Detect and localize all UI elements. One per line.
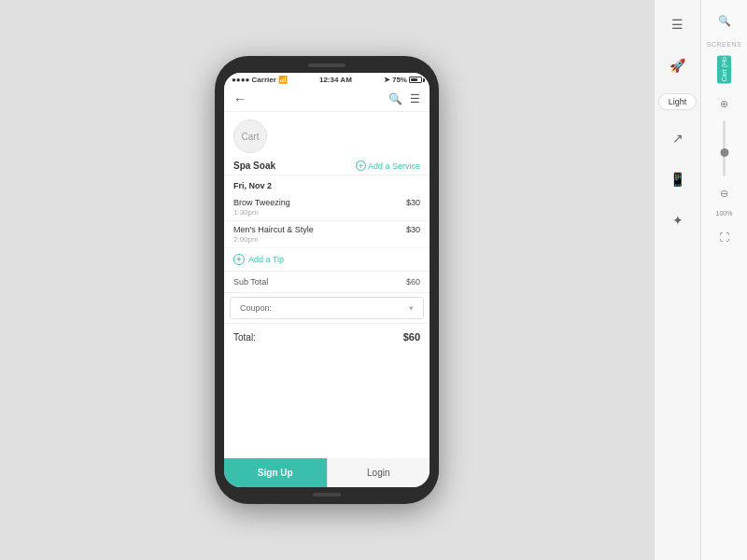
- menu-icon[interactable]: ☰: [410, 92, 420, 105]
- zoom-in-button[interactable]: ⊕: [712, 91, 738, 117]
- line-item: Brow Tweezing $30 1:30pm: [224, 194, 430, 221]
- share-icon[interactable]: ↗: [665, 125, 691, 151]
- cart-header: Cart: [224, 112, 430, 157]
- add-tip-label: Add a Tip: [248, 255, 284, 264]
- phone-screen: ●●●● Carrier 📶 12:34 AM ➤ 75% ← 🔍 ☰: [224, 73, 430, 487]
- status-right: ➤ 75%: [384, 76, 422, 84]
- cart-bubble-label: Cart: [242, 132, 260, 142]
- add-tip-row[interactable]: + Add a Tip: [224, 248, 430, 272]
- wifi-icon: 📶: [278, 76, 288, 84]
- phone-shell: ●●●● Carrier 📶 12:34 AM ➤ 75% ← 🔍 ☰: [215, 56, 439, 504]
- location-icon: ➤: [384, 76, 390, 84]
- search-icon[interactable]: 🔍: [388, 92, 402, 105]
- screen-tab[interactable]: Cart (Ho: [717, 55, 731, 83]
- item-time: 1:30pm: [233, 208, 420, 217]
- cursor-icon[interactable]: ✦: [665, 207, 691, 233]
- subtotal-row: Sub Total $60: [224, 272, 430, 293]
- time-display: 12:34 AM: [319, 76, 352, 84]
- carrier-text: ●●●● Carrier: [232, 76, 276, 84]
- total-row: Total: $60: [224, 323, 430, 350]
- screens-label: SCREENS: [707, 41, 741, 48]
- line-item-top: Brow Tweezing $30: [233, 198, 420, 207]
- item-price: $30: [406, 225, 420, 234]
- item-name: Men's Haircut & Style: [233, 225, 314, 234]
- hamburger-icon[interactable]: ☰: [665, 11, 691, 37]
- line-item-top: Men's Haircut & Style $30: [233, 225, 420, 234]
- coupon-label: Coupon:: [240, 303, 272, 313]
- subtotal-label: Sub Total: [233, 277, 268, 287]
- far-right-panel: 🔍 SCREENS Cart (Ho ⊕ ⊖ 100% ⛶: [700, 0, 747, 560]
- zoom-thumb[interactable]: [720, 148, 728, 157]
- zoom-out-button[interactable]: ⊖: [712, 180, 738, 206]
- service-name: Spa Soak: [233, 161, 275, 171]
- battery-icon: [409, 77, 422, 83]
- item-name: Brow Tweezing: [233, 198, 290, 207]
- zoom-track[interactable]: [723, 120, 726, 176]
- add-service-plus-icon: +: [356, 161, 366, 171]
- date-row: Fri, Nov 2: [224, 175, 430, 194]
- cart-bubble: Cart: [233, 119, 267, 153]
- zoom-in-icon[interactable]: 🔍: [712, 7, 738, 34]
- status-bar: ●●●● Carrier 📶 12:34 AM ➤ 75%: [224, 73, 430, 87]
- zoom-control: ⊕ ⊖ 100%: [712, 91, 738, 217]
- subtotal-value: $60: [406, 277, 420, 287]
- total-value: $60: [403, 331, 420, 343]
- bottom-buttons: Sign Up Login: [224, 458, 430, 487]
- back-button[interactable]: ←: [233, 91, 247, 106]
- nav-bar: ← 🔍 ☰: [224, 87, 430, 112]
- add-service-label: Add a Service: [368, 161, 420, 171]
- nav-icons: 🔍 ☰: [388, 92, 420, 105]
- rocket-icon[interactable]: 🚀: [665, 52, 691, 78]
- battery-percent: 75%: [392, 76, 407, 84]
- total-label: Total:: [233, 332, 256, 343]
- line-item: Men's Haircut & Style $30 2:00pm: [224, 221, 430, 248]
- tip-plus-icon: +: [233, 254, 245, 265]
- device-icon[interactable]: 📱: [665, 166, 691, 192]
- status-left: ●●●● Carrier 📶: [232, 76, 288, 84]
- date-text: Fri, Nov 2: [233, 181, 272, 190]
- fullscreen-icon[interactable]: ⛶: [712, 224, 738, 250]
- item-price: $30: [406, 198, 420, 207]
- right-sidebar: ☰ 🚀 Light ↗ 📱 ✦: [654, 0, 700, 560]
- login-button[interactable]: Login: [327, 458, 430, 487]
- item-time: 2:00pm: [233, 235, 420, 244]
- light-mode-button[interactable]: Light: [658, 93, 698, 110]
- zoom-percent: 100%: [716, 210, 733, 217]
- add-service-button[interactable]: + Add a Service: [356, 161, 420, 171]
- coupon-chevron-icon: ▾: [409, 303, 414, 313]
- signup-button[interactable]: Sign Up: [224, 458, 327, 487]
- coupon-row[interactable]: Coupon: ▾: [230, 297, 424, 319]
- service-row: Spa Soak + Add a Service: [224, 157, 430, 175]
- canvas-area: ●●●● Carrier 📶 12:34 AM ➤ 75% ← 🔍 ☰: [0, 0, 654, 560]
